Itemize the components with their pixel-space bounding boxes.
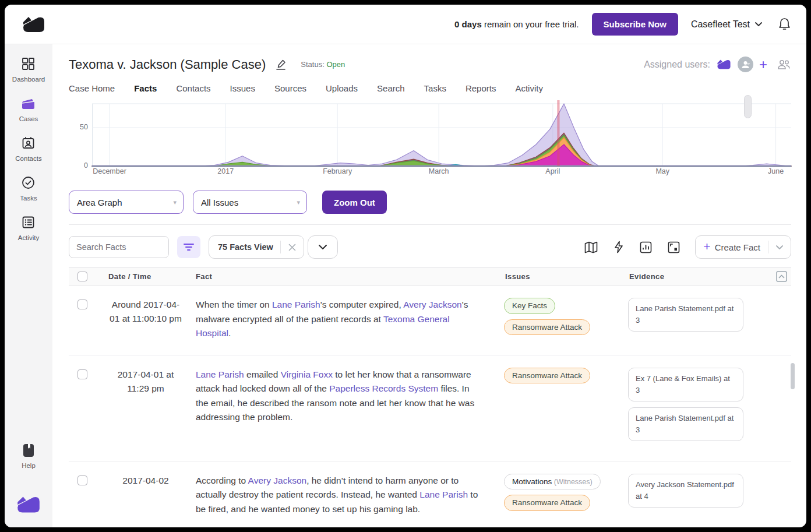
plus-icon: + bbox=[696, 239, 714, 255]
entity-link[interactable]: Texoma General Hospital bbox=[196, 314, 450, 339]
evidence-chip[interactable]: Lane Parish Statement.pdf at 3 bbox=[628, 298, 743, 332]
notifications-bell-icon[interactable] bbox=[778, 17, 791, 31]
entity-link[interactable]: Lane Parish bbox=[419, 489, 468, 499]
sidebar-item-label: Contacts bbox=[15, 155, 41, 162]
entity-link[interactable]: Lane Parish bbox=[196, 369, 244, 379]
column-header-evidence[interactable]: Evidence bbox=[628, 272, 771, 281]
casefleet-logo-icon[interactable] bbox=[15, 492, 42, 519]
sidebar-item-activity[interactable]: Activity bbox=[12, 214, 45, 241]
y-axis-tick-label: 0 bbox=[84, 161, 88, 170]
help-book-icon bbox=[21, 442, 36, 458]
x-axis-tick-label: December bbox=[93, 167, 126, 175]
fact-row: 2017-04-02According to Avery Jackson, he… bbox=[69, 461, 791, 528]
x-axis-tick-label: February bbox=[323, 167, 352, 175]
tab-facts[interactable]: Facts bbox=[134, 82, 157, 94]
chart-scrollbar-thumb[interactable] bbox=[744, 95, 752, 118]
edit-case-title-icon[interactable] bbox=[275, 58, 288, 71]
issue-tag[interactable]: Ransomware Attack bbox=[504, 368, 590, 384]
casefleet-logo-icon[interactable] bbox=[21, 13, 47, 36]
entity-link[interactable]: Paperless Records System bbox=[329, 383, 438, 393]
facts-view-chip[interactable]: 75 Facts View bbox=[209, 235, 304, 259]
fact-text: Lane Parish emailed Virginia Foxx to let… bbox=[196, 368, 504, 447]
assigned-users-label: Assigned users: bbox=[644, 59, 710, 70]
chart-report-icon[interactable] bbox=[640, 241, 652, 253]
entity-link[interactable]: Virginia Foxx bbox=[281, 369, 333, 379]
fact-date: Around 2017-04-01 at 11:00:10 pm bbox=[96, 298, 196, 341]
fact-checkbox[interactable] bbox=[77, 369, 87, 379]
views-dropdown-button[interactable] bbox=[308, 235, 338, 259]
tab-reports[interactable]: Reports bbox=[466, 82, 496, 94]
tab-tasks[interactable]: Tasks bbox=[424, 82, 446, 94]
sidebar-item-contacts[interactable]: Contacts bbox=[12, 135, 45, 162]
map-view-icon[interactable] bbox=[584, 241, 598, 253]
assigned-user-avatar[interactable] bbox=[716, 57, 732, 72]
search-facts-input[interactable] bbox=[69, 236, 169, 258]
fact-checkbox[interactable] bbox=[77, 300, 87, 309]
tab-sources[interactable]: Sources bbox=[274, 82, 306, 94]
trial-notice: 0 days remain on your free trial. bbox=[454, 19, 579, 29]
tab-case-home[interactable]: Case Home bbox=[69, 82, 115, 94]
fact-issues: Motivations (Witnesses)Ransomware Attack bbox=[504, 474, 628, 517]
sidebar-item-label: Activity bbox=[18, 234, 39, 241]
tab-activity[interactable]: Activity bbox=[515, 82, 543, 94]
evidence-chip[interactable]: Ex 7 (Lane & Fox Emails) at 3 bbox=[628, 368, 743, 401]
facts-timeline-chart[interactable]: 500 bbox=[69, 97, 791, 166]
column-header-date[interactable]: Date / Time bbox=[96, 272, 196, 281]
sidebar-item-dashboard[interactable]: Dashboard bbox=[12, 56, 45, 83]
assigned-user-avatar[interactable] bbox=[738, 57, 753, 72]
select-all-checkbox[interactable] bbox=[77, 272, 87, 281]
entity-link[interactable]: Avery Jackson bbox=[248, 475, 307, 485]
facts-view-label: 75 Facts View bbox=[209, 242, 280, 252]
create-fact-label: Create Fact bbox=[715, 242, 768, 252]
evidence-chip[interactable]: Avery Jackson Statement.pdf at 4 bbox=[628, 474, 743, 508]
create-fact-dropdown-icon[interactable] bbox=[768, 245, 791, 250]
contact-card-icon bbox=[21, 135, 36, 151]
sidebar-item-cases[interactable]: Cases bbox=[12, 96, 45, 122]
sidebar-item-label: Tasks bbox=[20, 195, 37, 202]
graph-type-select[interactable]: Area Graph ▾ bbox=[69, 191, 184, 214]
fact-evidence: Lane Parish Statement.pdf at 3 bbox=[628, 298, 771, 341]
sidebar-item-help[interactable]: Help bbox=[21, 442, 36, 469]
issue-tag[interactable]: Ransomware Attack bbox=[504, 495, 590, 511]
entity-link[interactable]: Avery Jackson bbox=[403, 300, 462, 309]
collapse-chart-icon[interactable] bbox=[771, 271, 791, 282]
fact-checkbox[interactable] bbox=[77, 475, 87, 485]
zoom-out-button[interactable]: Zoom Out bbox=[322, 191, 387, 214]
create-fact-button[interactable]: + Create Fact bbox=[695, 235, 791, 259]
manage-users-icon[interactable] bbox=[777, 59, 791, 71]
lightning-icon[interactable] bbox=[613, 241, 624, 253]
column-header-fact[interactable]: Fact bbox=[196, 272, 504, 281]
fullscreen-frame-icon[interactable] bbox=[668, 241, 680, 253]
chart-y-axis: 500 bbox=[69, 97, 92, 166]
y-axis-tick-label: 50 bbox=[80, 123, 88, 131]
issue-tag[interactable]: Motivations (Witnesses) bbox=[504, 474, 601, 490]
issues-filter-value: All Issues bbox=[201, 198, 238, 207]
case-tabs: Case HomeFactsContactsIssuesSourcesUploa… bbox=[69, 82, 791, 94]
filter-lines-icon bbox=[183, 242, 195, 252]
issue-tag[interactable]: Ransomware Attack bbox=[504, 319, 590, 336]
filter-button[interactable] bbox=[177, 236, 200, 258]
evidence-chip[interactable]: Lane Parish Statement.pdf at 3 bbox=[628, 407, 743, 441]
add-assigned-user-button[interactable]: + bbox=[759, 59, 767, 71]
chart-x-axis: December2017FebruaryMarchAprilMayJune bbox=[92, 166, 791, 178]
tab-search[interactable]: Search bbox=[377, 82, 405, 94]
subscribe-now-button[interactable]: Subscribe Now bbox=[592, 13, 678, 36]
fact-evidence: Avery Jackson Statement.pdf at 4 bbox=[628, 474, 771, 517]
issue-tag[interactable]: Key Facts bbox=[504, 298, 555, 314]
column-header-issues[interactable]: Issues bbox=[504, 272, 628, 281]
sidebar-item-tasks[interactable]: Tasks bbox=[12, 175, 45, 202]
account-menu[interactable]: Casefleet Test bbox=[691, 19, 763, 30]
entity-link[interactable]: Lane Parish bbox=[272, 300, 320, 309]
sidebar-item-label: Help bbox=[22, 462, 36, 469]
tab-contacts[interactable]: Contacts bbox=[176, 82, 210, 94]
page-scrollbar-thumb[interactable] bbox=[791, 363, 795, 389]
tab-uploads[interactable]: Uploads bbox=[326, 82, 358, 94]
issues-filter-select[interactable]: All Issues ▾ bbox=[193, 191, 307, 214]
fact-row: Around 2017-04-01 at 11:00:10 pmWhen the… bbox=[69, 286, 791, 355]
chart-plot-area[interactable] bbox=[92, 97, 791, 166]
clear-view-icon[interactable] bbox=[281, 243, 304, 252]
tab-issues[interactable]: Issues bbox=[230, 82, 255, 94]
app-window: 0 days remain on your free trial. Subscr… bbox=[5, 5, 806, 527]
fact-issues: Key FactsRansomware Attack bbox=[504, 298, 628, 341]
assigned-users: Assigned users: + bbox=[644, 57, 791, 72]
